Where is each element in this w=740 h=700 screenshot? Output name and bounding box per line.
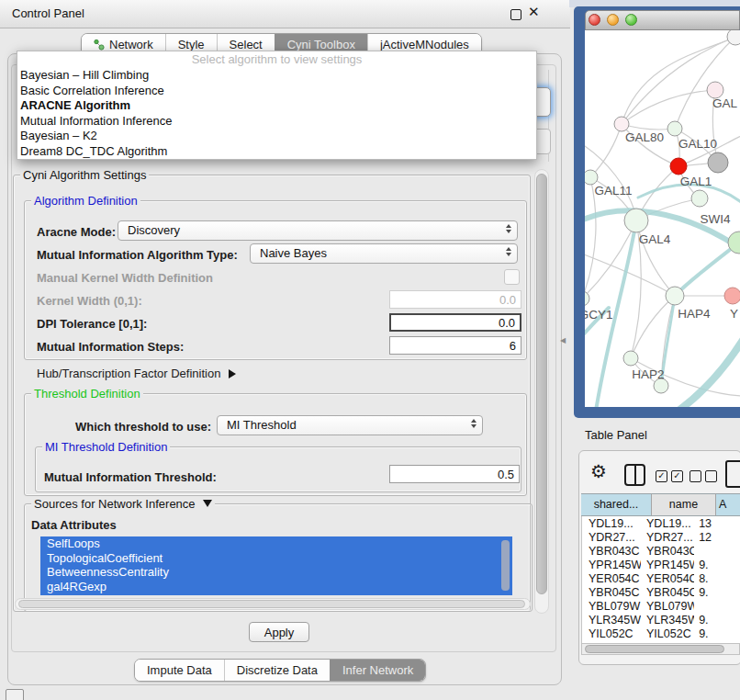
node-label-y: Y	[730, 307, 738, 321]
unchecked-checkbox-icon	[705, 470, 717, 482]
tab-label: Impute Data	[147, 663, 212, 677]
tab-discretize-data[interactable]: Discretize Data	[224, 660, 330, 681]
table-row[interactable]: YLR345WYLR345W9.	[582, 613, 740, 627]
which-threshold-select[interactable]: MI Threshold	[217, 415, 483, 435]
minimize-traffic-light[interactable]	[607, 14, 619, 26]
table-row[interactable]: YBR043CYBR043C	[582, 544, 740, 558]
vscrollbar-thumb[interactable]	[536, 174, 547, 594]
zoom-traffic-light[interactable]	[625, 14, 637, 26]
attribute-item-gal4rgexp[interactable]: gal4RGexp	[40, 580, 512, 594]
network-canvas[interactable]: GALGAL80GAL10GAL1GAL11SWI4GAL4GCY1HAP4YH…	[585, 30, 740, 407]
hub-definition-toggle[interactable]: Hub/Transcription Factor Definition	[37, 367, 236, 380]
node-label-gal10: GAL10	[678, 137, 717, 151]
table-row[interactable]: YER054CYER054C8.	[582, 571, 740, 585]
attribute-list[interactable]: SelfLoopsTopologicalCoefficientBetweenne…	[40, 536, 512, 595]
aracne-mode-select[interactable]: Discovery	[118, 220, 518, 241]
network-node-gcy1[interactable]	[585, 291, 589, 306]
table-cell: YBR043C	[582, 545, 641, 558]
data-attributes-label: Data Attributes	[31, 518, 117, 532]
attribute-item-selfloops[interactable]: SelfLoops	[40, 536, 512, 551]
sources-title: Sources for Network Inference	[34, 497, 196, 511]
column-header-a[interactable]: A	[716, 493, 740, 516]
table-row[interactable]: YIL052CYIL052C9.	[582, 627, 740, 640]
algorithm-option-basic-correlation-inference[interactable]: Basic Correlation Inference	[17, 84, 536, 99]
node-label-gal1: GAL1	[680, 175, 712, 188]
network-edge	[622, 38, 734, 124]
attribute-item-topologicalcoefficient[interactable]: TopologicalCoefficient	[40, 551, 512, 566]
table-cell: YDR27...	[582, 531, 641, 544]
close-icon[interactable]: ✕	[528, 4, 540, 20]
mi-type-value: Naive Bayes	[260, 244, 327, 263]
tab-label: Infer Network	[342, 663, 413, 677]
table-hscrollbar[interactable]	[581, 643, 740, 655]
gear-icon[interactable]: ⚙	[590, 462, 607, 480]
column-layout-icon[interactable]	[624, 464, 645, 486]
table-row[interactable]: YBL079WYBL079W	[582, 599, 740, 613]
network-node-hap4[interactable]	[666, 287, 684, 305]
list-scrollbar-thumb[interactable]	[501, 540, 510, 591]
tab-label: Network	[109, 38, 153, 51]
network-node[interactable]	[691, 190, 708, 207]
kernel-width-label: Kernel Width (0,1):	[37, 294, 142, 308]
node-label-gal11: GAL11	[594, 184, 632, 198]
network-node-gal1[interactable]	[670, 158, 687, 175]
checked-checkbox-icon: ✓	[656, 470, 667, 482]
mi-threshold-label: Mutual Information Threshold:	[44, 470, 217, 484]
dropdown-placeholder: Select algorithm to view settings	[17, 51, 536, 68]
stepper-arrows-icon	[506, 247, 511, 256]
algorithm-option-bayesian-k2[interactable]: Bayesian – K2	[17, 129, 536, 144]
network-edge	[678, 337, 740, 407]
table-row[interactable]: YPR145WYPR145W9.	[582, 558, 740, 571]
network-node-gal11[interactable]	[585, 170, 598, 185]
network-node-hap2[interactable]	[623, 351, 638, 366]
panel-divider-arrow[interactable]: ◀	[560, 336, 566, 344]
table-row[interactable]: YDL19...YDL19...13	[582, 516, 740, 530]
network-node-gal10[interactable]	[667, 121, 682, 136]
sources-toggle[interactable]: Sources for Network Inference	[31, 497, 215, 511]
dpi-tolerance-input[interactable]	[389, 313, 521, 332]
aracne-mode-value: Discovery	[128, 221, 180, 240]
deselect-all-columns-icon[interactable]	[690, 470, 717, 482]
table-cell: 9.	[694, 627, 740, 640]
table-cell: YBR043C	[641, 545, 694, 558]
apply-button[interactable]: Apply	[249, 622, 309, 642]
kernel-width-input[interactable]	[389, 290, 521, 309]
mi-threshold-input[interactable]	[389, 465, 520, 483]
column-header-name[interactable]: name	[652, 493, 716, 516]
table-header-row: shared...nameA	[581, 493, 740, 516]
tab-label: jActiveMNodules	[380, 38, 469, 51]
mi-type-select[interactable]: Naive Bayes	[250, 243, 518, 264]
table-cell: 8.	[694, 572, 740, 585]
aracne-mode-label: Aracne Mode:	[37, 225, 116, 239]
settings-hscrollbar[interactable]	[15, 598, 531, 610]
manual-kernel-label: Manual Kernel Width Definition	[37, 271, 213, 285]
network-node[interactable]	[708, 152, 728, 173]
hscrollbar-thumb[interactable]	[18, 600, 525, 608]
column-header-shared-[interactable]: shared...	[581, 493, 652, 516]
tab-infer-network[interactable]: Infer Network	[330, 660, 425, 681]
network-node-gal4[interactable]	[624, 209, 648, 232]
new-table-icon[interactable]	[725, 460, 740, 488]
network-node-y[interactable]	[724, 288, 740, 304]
algorithm-option-mutual-information-inference[interactable]: Mutual Information Inference	[17, 114, 536, 130]
attribute-item-betweennesscentrality[interactable]: BetweennessCentrality	[40, 565, 512, 580]
minimized-window-icon[interactable]	[6, 689, 24, 700]
table-row[interactable]: YBR045CYBR045C9.	[582, 585, 740, 599]
table-row[interactable]: YDR27...YDR27...12	[582, 530, 740, 544]
select-all-columns-icon[interactable]: ✓ ✓	[656, 470, 683, 482]
algorithm-option-dream8-dc-tdc-algorithm[interactable]: Dream8 DC_TDC Algorithm	[17, 144, 536, 160]
collapsed-arrow-icon	[229, 369, 236, 378]
node-label-gal80: GAL80	[625, 130, 664, 144]
float-window-icon[interactable]	[510, 9, 521, 20]
mi-steps-input[interactable]	[389, 336, 521, 355]
algorithm-dropdown: Select algorithm to view settings Bayesi…	[17, 51, 537, 160]
manual-kernel-checkbox[interactable]	[504, 269, 520, 285]
close-traffic-light[interactable]	[589, 14, 600, 26]
algorithm-option-bayesian-hill-climbing[interactable]: Bayesian – Hill Climbing	[17, 68, 536, 84]
algorithm-option-aracne-algorithm[interactable]: ARACNE Algorithm	[17, 98, 536, 114]
table-hscrollbar-thumb[interactable]	[585, 645, 724, 653]
network-node-gal80[interactable]	[614, 117, 629, 131]
node-label-hap4: HAP4	[678, 307, 711, 321]
tab-impute-data[interactable]: Impute Data	[135, 660, 224, 681]
table-cell: YPR145W	[582, 559, 641, 571]
